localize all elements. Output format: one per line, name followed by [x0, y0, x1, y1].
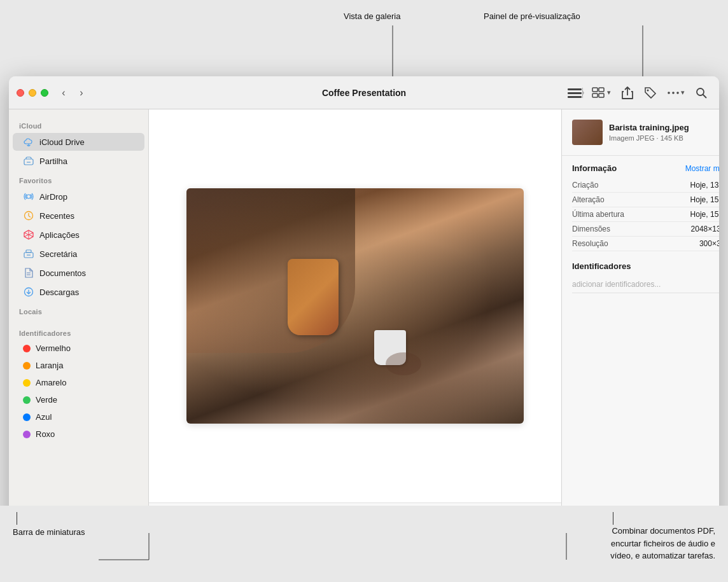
svg-point-21	[27, 195, 31, 198]
svg-rect-2	[568, 88, 582, 90]
svg-rect-5	[582, 88, 583, 98]
window-title: Coffee Presentation	[322, 88, 406, 98]
identifiers-label: Identificadores	[572, 261, 631, 271]
svg-rect-6	[592, 88, 598, 92]
sidebar-item-secretaria-label: Secretária	[39, 249, 77, 259]
sidebar-item-aplicacoes[interactable]: Aplicações	[13, 226, 144, 244]
airdrop-icon	[23, 191, 34, 202]
forward-button[interactable]: ›	[74, 85, 89, 100]
callout-lines	[0, 0, 728, 76]
identificadores-section-label: Identificadores	[9, 323, 148, 340]
info-value-alteracao: Hoje, 15:54	[690, 195, 719, 204]
show-more-button[interactable]: Mostrar mais	[685, 164, 719, 173]
view-mode-button[interactable]	[565, 83, 585, 103]
share-button[interactable]	[617, 83, 638, 103]
sidebar-item-vermelho-label: Vermelho	[36, 343, 71, 353]
svg-rect-4	[568, 96, 582, 98]
preview-file-name: Barista training.jpeg	[609, 123, 719, 134]
svg-rect-9	[599, 94, 604, 97]
sidebar-item-azul-label: Azul	[36, 412, 52, 422]
info-row-criacao: Criação Hoje, 13:34	[572, 178, 719, 193]
sidebar-item-vermelho[interactable]: Vermelho	[13, 340, 144, 356]
combine-docs-annotation: Combinar documentos PDF,encurtar ficheir…	[610, 512, 715, 562]
identifiers-input[interactable]: adicionar identificadores...	[572, 276, 719, 293]
preview-panel-header: Barista training.jpeg Imagem JPEG · 145 …	[562, 109, 719, 156]
file-area: GROWINGPICKINGROASTINGBREWINGCOFFEE Coff…	[149, 109, 561, 560]
sidebar-item-documentos[interactable]: Documentos	[13, 264, 144, 282]
thumbnail-bar-label: Barra de miniaturas	[13, 527, 85, 537]
content-area: iCloud iCloud Drive	[9, 109, 719, 560]
info-value-dimensoes: 2048×1366	[691, 225, 719, 233]
gallery-view-button[interactable]: ▾	[588, 83, 615, 103]
nav-buttons: ‹ ›	[56, 85, 89, 100]
sidebar-item-verde-label: Verde	[36, 395, 57, 405]
svg-rect-29	[26, 250, 31, 253]
svg-rect-7	[599, 88, 604, 92]
svg-rect-8	[592, 94, 598, 97]
sidebar-item-roxo[interactable]: Roxo	[13, 426, 144, 442]
maximize-button[interactable]	[41, 89, 48, 97]
identifiers-title: Identificadores	[572, 261, 719, 271]
sidebar-item-aplicacoes-label: Aplicações	[39, 230, 80, 240]
more-button[interactable]: ▾	[663, 83, 689, 103]
traffic-lights	[17, 89, 48, 97]
sidebar-item-amarelo-label: Amarelo	[36, 378, 66, 387]
sidebar-item-icloud-drive[interactable]: iCloud Drive	[13, 133, 144, 151]
descargas-icon	[23, 286, 34, 298]
preview-panel: Barista training.jpeg Imagem JPEG · 145 …	[561, 109, 719, 560]
sidebar-item-recentes-label: Recentes	[39, 211, 74, 221]
gallery-view-icon	[592, 87, 606, 99]
secretaria-icon	[23, 248, 34, 260]
sidebar-item-recentes[interactable]: Recentes	[13, 207, 144, 225]
minimize-button[interactable]	[29, 89, 36, 97]
identifiers-section: Identificadores adicionar identificadore…	[572, 261, 719, 293]
sidebar-item-airdrop-label: AirDrop	[39, 192, 67, 202]
thumbnail-bar-annotation: Barra de miniaturas	[13, 512, 85, 537]
search-button[interactable]	[691, 83, 711, 103]
sidebar-item-icloud-drive-label: iCloud Drive	[39, 137, 85, 147]
more-icon	[667, 88, 680, 97]
sidebar-item-amarelo[interactable]: Amarelo	[13, 375, 144, 391]
svg-point-10	[647, 89, 649, 91]
partilha-icon	[23, 155, 34, 167]
view-mode-icon	[566, 87, 584, 99]
sidebar-item-roxo-label: Roxo	[36, 429, 55, 439]
vermelho-dot	[23, 345, 31, 352]
sidebar-item-laranja[interactable]: Laranja	[13, 357, 144, 373]
search-icon	[696, 87, 707, 99]
svg-line-15	[703, 94, 707, 98]
back-button[interactable]: ‹	[56, 85, 71, 100]
sidebar-item-azul[interactable]: Azul	[13, 409, 144, 425]
sidebar-item-secretaria[interactable]: Secretária	[13, 245, 144, 263]
close-button[interactable]	[17, 89, 24, 97]
info-label-ultima-abertura: Última abertura	[572, 210, 624, 219]
svg-point-35	[386, 352, 421, 375]
info-value-ultima-abertura: Hoje, 15:54	[690, 210, 719, 219]
svg-point-13	[676, 92, 679, 94]
info-value-criacao: Hoje, 13:34	[690, 181, 719, 190]
info-label-alteracao: Alteração	[572, 195, 605, 204]
sidebar-item-verde[interactable]: Verde	[13, 392, 144, 408]
sidebar-item-partilha[interactable]: Partilha	[13, 152, 144, 170]
sidebar-item-airdrop[interactable]: AirDrop	[13, 188, 144, 205]
preview-file-info: Barista training.jpeg Imagem JPEG · 145 …	[609, 123, 719, 142]
svg-point-11	[668, 92, 670, 94]
preview-panel-body: Informação Mostrar mais Criação Hoje, 13…	[562, 156, 719, 509]
titlebar: ‹ › Coffee Presentation	[9, 76, 719, 109]
preview-thumb-img	[572, 120, 603, 145]
documentos-icon	[23, 267, 34, 279]
sidebar-item-descargas-label: Descargas	[39, 288, 79, 297]
info-label: Informação	[572, 163, 617, 173]
icloud-drive-icon	[23, 136, 34, 148]
finder-window: ‹ › Coffee Presentation	[9, 76, 719, 560]
preview-image[interactable]	[186, 188, 524, 424]
info-label-dimensoes: Dimensões	[572, 225, 610, 233]
share-icon	[622, 87, 633, 99]
info-row-alteracao: Alteração Hoje, 15:54	[572, 193, 719, 207]
tag-button[interactable]	[640, 83, 661, 103]
icloud-section-label: iCloud	[9, 116, 148, 132]
info-row-resolucao: Resolução 300×300	[572, 237, 719, 251]
info-row-ultima-abertura: Última abertura Hoje, 15:54	[572, 207, 719, 222]
sidebar-item-descargas[interactable]: Descargas	[13, 283, 144, 301]
amarelo-dot	[23, 379, 31, 387]
